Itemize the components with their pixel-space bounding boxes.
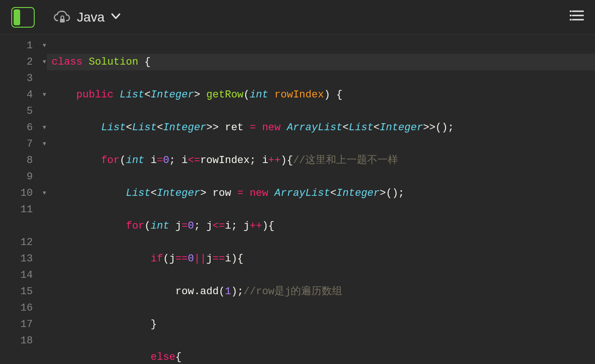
fold-marker[interactable]: ▾ xyxy=(36,37,47,54)
menu-icon[interactable] xyxy=(570,9,584,25)
gutter: 1 2 3 4 5 6 7 8 9 10 11 12 13 14 15 16 1… xyxy=(0,35,47,364)
line-number: 4 xyxy=(0,87,33,103)
line-numbers: 1 2 3 4 5 6 7 8 9 10 11 12 13 14 15 16 1… xyxy=(0,37,36,364)
fold-marker xyxy=(36,70,47,87)
line-number: 13 xyxy=(0,251,33,267)
code-line: else{ xyxy=(52,349,595,364)
line-number: 18 xyxy=(0,333,33,349)
fold-marker[interactable]: ▾ xyxy=(36,185,47,201)
fold-marker[interactable]: ▾ xyxy=(36,136,47,152)
editor-toolbar: Java xyxy=(0,0,595,35)
code-line: class Solution { xyxy=(47,54,595,70)
line-number xyxy=(0,218,33,234)
fold-markers: ▾ ▾ ▾ ▾ ▾ ▾ xyxy=(36,37,47,364)
code-line: List<List<Integer>> ret = new ArrayList<… xyxy=(52,119,595,136)
line-number: 8 xyxy=(0,152,33,169)
panel-toggle-button[interactable] xyxy=(11,7,35,28)
line-number: 15 xyxy=(0,283,33,300)
fold-marker[interactable]: ▾ xyxy=(36,119,47,136)
fold-marker xyxy=(36,201,47,218)
line-number: 17 xyxy=(0,316,33,333)
fold-marker xyxy=(36,283,47,300)
fold-marker xyxy=(36,316,47,333)
code-content[interactable]: class Solution { public List<Integer> ge… xyxy=(47,35,595,364)
fold-marker xyxy=(36,267,47,283)
code-line: } xyxy=(52,316,595,333)
code-line: for(int j=0; j<=i; j++){ xyxy=(52,218,595,234)
fold-marker xyxy=(36,103,47,119)
line-number: 11 xyxy=(0,201,33,218)
svg-point-4 xyxy=(570,10,572,12)
line-number: 10 xyxy=(0,185,33,201)
svg-point-5 xyxy=(570,15,572,16)
svg-rect-0 xyxy=(60,19,65,22)
line-number: 6 xyxy=(0,119,33,136)
fold-marker xyxy=(36,333,47,349)
language-selector[interactable]: Java xyxy=(53,10,121,25)
fold-marker xyxy=(36,300,47,316)
line-number: 7 xyxy=(0,136,33,152)
fold-marker xyxy=(36,234,47,251)
line-number: 2 xyxy=(0,54,33,70)
code-line: public List<Integer> getRow(int rowIndex… xyxy=(52,87,595,103)
code-line: List<Integer> row = new ArrayList<Intege… xyxy=(52,185,595,201)
chevron-down-icon xyxy=(111,11,121,23)
line-number: 1 xyxy=(0,37,33,54)
line-number: 5 xyxy=(0,103,33,119)
fold-marker[interactable]: ▾ xyxy=(36,87,47,103)
fold-marker xyxy=(36,218,47,234)
code-editor[interactable]: 1 2 3 4 5 6 7 8 9 10 11 12 13 14 15 16 1… xyxy=(0,35,595,364)
cloud-lock-icon xyxy=(53,10,70,24)
line-number: 14 xyxy=(0,267,33,283)
code-line: for(int i=0; i<=rowIndex; i++){//这里和上一题不… xyxy=(52,152,595,169)
fold-marker xyxy=(36,152,47,169)
line-number: 3 xyxy=(0,70,33,87)
language-name: Java xyxy=(77,10,105,25)
svg-point-6 xyxy=(570,19,572,21)
code-line: row.add(1);//row是j的遍历数组 xyxy=(52,283,595,300)
line-number: 9 xyxy=(0,169,33,185)
fold-marker xyxy=(36,251,47,267)
line-number: 12 xyxy=(0,234,33,251)
fold-marker xyxy=(36,169,47,185)
fold-marker[interactable]: ▾ xyxy=(36,54,47,70)
code-line: if(j==0||j==i){ xyxy=(52,251,595,267)
line-number: 16 xyxy=(0,300,33,316)
